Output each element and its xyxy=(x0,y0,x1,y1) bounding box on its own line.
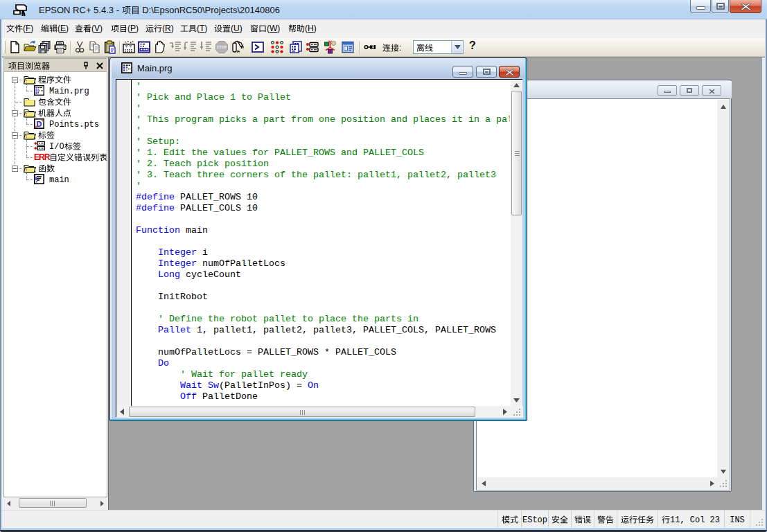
svg-text:STOP: STOP xyxy=(217,45,227,49)
